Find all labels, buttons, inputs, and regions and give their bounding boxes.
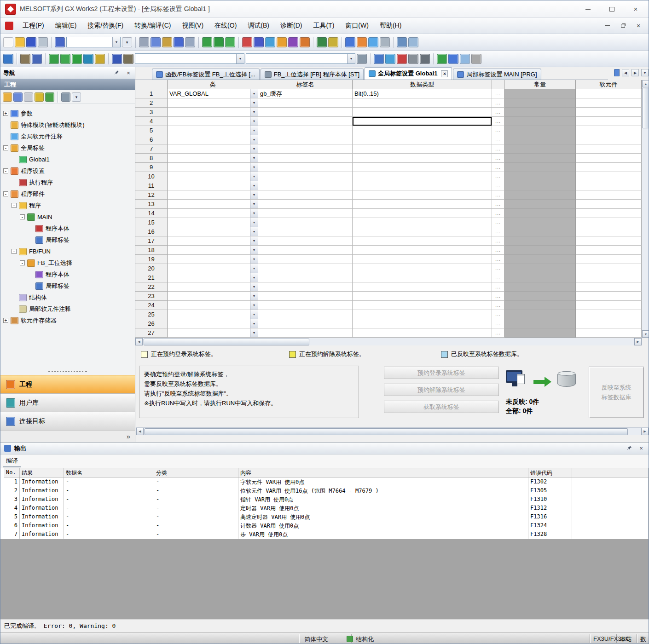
label-name-cell[interactable] bbox=[258, 236, 353, 246]
dropdown-button[interactable] bbox=[250, 144, 258, 153]
new-data-icon[interactable] bbox=[3, 92, 12, 102]
browse-button[interactable] bbox=[492, 236, 504, 246]
mdi-restore-button[interactable] bbox=[617, 21, 628, 30]
browse-button[interactable] bbox=[492, 200, 504, 209]
close-icon[interactable] bbox=[125, 69, 132, 76]
security-icon[interactable] bbox=[35, 92, 44, 102]
scroll-right-button[interactable] bbox=[634, 338, 642, 345]
chevron-down-icon[interactable] bbox=[347, 54, 355, 63]
device-statement-display-icon[interactable] bbox=[60, 54, 70, 64]
class-cell[interactable] bbox=[168, 163, 258, 172]
browse-button[interactable] bbox=[492, 301, 504, 310]
dropdown-button[interactable] bbox=[250, 190, 258, 199]
data-type-cell[interactable] bbox=[353, 135, 492, 144]
browse-button[interactable] bbox=[492, 319, 504, 328]
label-name-cell[interactable] bbox=[258, 126, 353, 135]
class-cell[interactable] bbox=[168, 117, 258, 126]
data-type-cell[interactable]: Bit(0..15) bbox=[353, 89, 492, 98]
nav-more-button[interactable] bbox=[0, 430, 135, 442]
dropdown-button[interactable] bbox=[250, 108, 258, 116]
class-cell[interactable] bbox=[168, 292, 258, 301]
class-cell[interactable] bbox=[168, 227, 258, 236]
write-to-plc-icon[interactable] bbox=[345, 37, 355, 47]
zoom-in-icon[interactable] bbox=[397, 37, 407, 47]
hidden-tab-icon[interactable] bbox=[614, 69, 620, 76]
nav-button-user-library[interactable]: 用户库 bbox=[0, 393, 135, 412]
label-name-cell[interactable] bbox=[258, 328, 353, 338]
tree-expander[interactable]: - bbox=[12, 203, 17, 208]
tree-item[interactable]: -FB_工位选择 bbox=[0, 257, 135, 269]
tab[interactable]: 局部标签设置 MAIN [PRG] bbox=[453, 69, 541, 80]
device-cell[interactable] bbox=[576, 227, 642, 236]
maximize-button[interactable] bbox=[605, 4, 618, 15]
find-result-combo[interactable] bbox=[246, 53, 355, 64]
monitor-read-icon[interactable] bbox=[254, 37, 264, 47]
label-name-cell[interactable] bbox=[258, 108, 353, 117]
data-type-cell[interactable] bbox=[353, 218, 492, 227]
dropdown-button[interactable] bbox=[250, 301, 258, 310]
tree-item[interactable]: -全局标签 bbox=[0, 142, 135, 154]
browse-button[interactable] bbox=[492, 163, 504, 172]
copy-icon[interactable] bbox=[151, 37, 161, 47]
device-cell[interactable] bbox=[576, 89, 642, 98]
cross-reference-icon[interactable] bbox=[288, 37, 298, 47]
class-cell[interactable] bbox=[168, 200, 258, 209]
data-type-cell[interactable] bbox=[353, 181, 492, 190]
browse-button[interactable] bbox=[492, 282, 504, 292]
output-row[interactable]: 3Information--指针 VAR用 使用0点F1310 bbox=[4, 495, 649, 504]
device-cell[interactable] bbox=[576, 190, 642, 200]
tree-expander[interactable]: - bbox=[20, 260, 25, 265]
data-type-cell[interactable] bbox=[353, 144, 492, 154]
device-cell[interactable] bbox=[576, 108, 642, 117]
dropdown-button[interactable] bbox=[250, 236, 258, 245]
dropdown-button[interactable] bbox=[250, 117, 258, 126]
scroll-left-button[interactable] bbox=[135, 338, 143, 345]
window-cascade-icon[interactable] bbox=[32, 54, 42, 64]
label-name-cell[interactable] bbox=[258, 301, 353, 310]
save-icon[interactable] bbox=[26, 37, 36, 47]
sort-menu-icon[interactable]: ▾ bbox=[72, 92, 81, 102]
device-comment-display-icon[interactable] bbox=[49, 54, 59, 64]
remote-operation-icon[interactable] bbox=[380, 37, 390, 47]
tree-item[interactable]: 执行程序 bbox=[0, 177, 135, 188]
label-name-cell[interactable] bbox=[258, 246, 353, 255]
browse-button[interactable] bbox=[492, 292, 504, 301]
project-window-icon[interactable] bbox=[3, 54, 13, 64]
class-cell[interactable] bbox=[168, 135, 258, 144]
tab-list-button[interactable] bbox=[641, 69, 649, 76]
device-test-icon[interactable] bbox=[214, 37, 224, 47]
system-label-button[interactable]: 预约登录系统标签 bbox=[384, 367, 499, 379]
browse-button[interactable] bbox=[492, 255, 504, 264]
dropdown-button[interactable] bbox=[250, 172, 258, 181]
class-cell[interactable] bbox=[168, 319, 258, 328]
browse-button[interactable] bbox=[492, 154, 504, 163]
dropdown-button[interactable] bbox=[250, 163, 258, 172]
class-cell[interactable] bbox=[168, 255, 258, 264]
tab[interactable]: 全局标签设置 Global1 bbox=[365, 67, 452, 80]
class-cell[interactable] bbox=[168, 264, 258, 273]
label-name-cell[interactable] bbox=[258, 172, 353, 181]
output-row[interactable]: 2Information--位软元件 VAR用 使用16点 (范围 M7664 … bbox=[4, 486, 649, 495]
new-icon[interactable] bbox=[3, 37, 13, 47]
nav-button-project[interactable]: 工程 bbox=[0, 375, 135, 393]
device-cell[interactable] bbox=[576, 163, 642, 172]
sort-descending-icon[interactable] bbox=[420, 54, 430, 64]
label-name-cell[interactable] bbox=[258, 310, 353, 319]
data-type-cell[interactable] bbox=[353, 255, 492, 264]
paste-icon[interactable] bbox=[162, 37, 172, 47]
sort-ascending-icon[interactable] bbox=[408, 54, 418, 64]
chevron-down-icon[interactable] bbox=[236, 54, 244, 63]
browse-button[interactable] bbox=[492, 227, 504, 236]
quick-find-combo[interactable] bbox=[66, 37, 121, 47]
redo-icon[interactable] bbox=[185, 37, 195, 47]
tree-expander[interactable]: - bbox=[20, 214, 25, 219]
device-note-display-icon[interactable] bbox=[72, 54, 82, 64]
data-type-cell[interactable] bbox=[353, 172, 492, 181]
menu-item[interactable]: 工具(T) bbox=[307, 19, 340, 33]
monitor-write-icon[interactable] bbox=[242, 37, 252, 47]
browse-button[interactable] bbox=[492, 181, 504, 190]
label-name-cell[interactable] bbox=[258, 292, 353, 301]
label-name-cell[interactable] bbox=[258, 135, 353, 144]
class-cell[interactable] bbox=[168, 218, 258, 227]
menu-item[interactable]: 转换/编译(C) bbox=[129, 19, 176, 33]
